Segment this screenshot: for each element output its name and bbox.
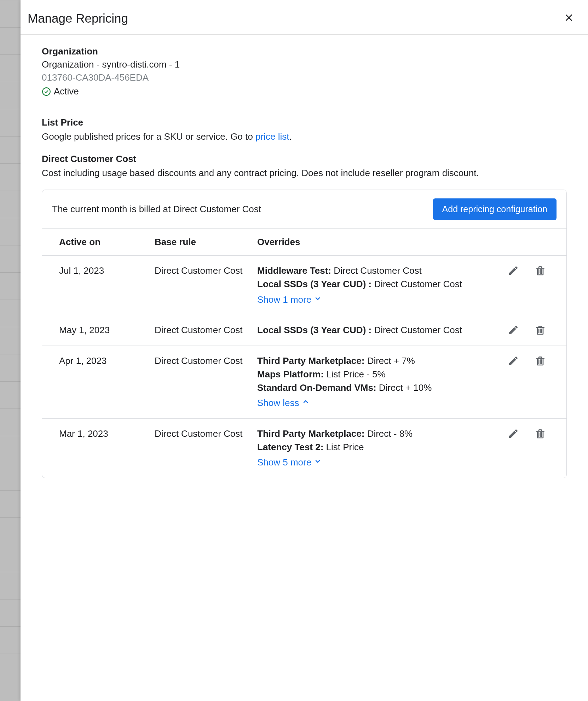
delete-button[interactable] xyxy=(535,324,546,337)
table-row: Mar 1, 2023Direct Customer CostThird Par… xyxy=(42,419,566,478)
table-row: May 1, 2023Direct Customer CostLocal SSD… xyxy=(42,315,566,346)
cell-active-on: Mar 1, 2023 xyxy=(59,427,155,469)
cell-overrides: Local SSDs (3 Year CUD) : Direct Custome… xyxy=(257,324,489,337)
edit-button[interactable] xyxy=(508,265,519,277)
edit-button[interactable] xyxy=(508,324,519,337)
override-item: Latency Test 2: List Price xyxy=(257,441,489,454)
card-top: The current month is billed at Direct Cu… xyxy=(42,190,566,229)
th-active-on: Active on xyxy=(59,237,155,248)
card-notice: The current month is billed at Direct Cu… xyxy=(52,204,261,215)
table-body: Jul 1, 2023Direct Customer CostMiddlewar… xyxy=(42,256,566,478)
table-row: Jul 1, 2023Direct Customer CostMiddlewar… xyxy=(42,256,566,315)
override-label: Maps Platform: xyxy=(257,369,324,380)
price-list-link[interactable]: price list xyxy=(255,131,289,142)
override-label: Local SSDs (3 Year CUD) : xyxy=(257,325,371,335)
trash-icon xyxy=(535,272,546,277)
repricing-table-card: The current month is billed at Direct Cu… xyxy=(42,190,567,478)
direct-cost-block: Direct Customer Cost Cost including usag… xyxy=(42,153,567,180)
override-label: Standard On-Demand VMs: xyxy=(257,382,376,393)
row-actions xyxy=(489,427,549,469)
pencil-icon xyxy=(508,331,519,337)
override-label: Third Party Marketplace: xyxy=(257,355,364,366)
toggle-text: Show less xyxy=(257,396,299,410)
show-less-toggle[interactable]: Show less xyxy=(257,396,310,410)
override-label: Third Party Marketplace: xyxy=(257,428,364,439)
pencil-icon xyxy=(508,435,519,440)
check-circle-icon xyxy=(42,87,51,96)
override-item: Middleware Test: Direct Customer Cost xyxy=(257,264,489,278)
override-item: Third Party Marketplace: Direct - 8% xyxy=(257,427,489,441)
cell-base-rule: Direct Customer Cost xyxy=(155,354,257,410)
organization-block: Organization Organization - syntro-disti… xyxy=(42,46,567,97)
toggle-text: Show 1 more xyxy=(257,293,311,307)
background-stripes xyxy=(0,0,21,701)
override-value: Direct + 10% xyxy=(376,382,432,393)
panel-content: Organization Organization - syntro-disti… xyxy=(21,35,588,478)
row-actions xyxy=(489,324,549,337)
list-price-prefix: Google published prices for a SKU or ser… xyxy=(42,131,255,142)
trash-icon xyxy=(535,362,546,367)
close-icon xyxy=(563,12,575,23)
list-price-suffix: . xyxy=(289,131,292,142)
add-repricing-button[interactable]: Add repricing configuration xyxy=(433,198,557,220)
chevron-down-icon xyxy=(313,293,322,307)
repricing-panel: Manage Repricing Organization Organizati… xyxy=(21,0,588,701)
show-more-toggle[interactable]: Show 1 more xyxy=(257,293,322,307)
override-value: List Price - 5% xyxy=(324,369,386,380)
divider xyxy=(42,107,567,107)
delete-button[interactable] xyxy=(535,355,546,367)
override-value: Direct Customer Cost xyxy=(371,325,462,335)
list-price-desc: Google published prices for a SKU or ser… xyxy=(42,130,567,144)
chevron-down-icon xyxy=(313,456,322,469)
override-item: Maps Platform: List Price - 5% xyxy=(257,368,489,381)
edit-button[interactable] xyxy=(508,355,519,367)
table-row: Apr 1, 2023Direct Customer CostThird Par… xyxy=(42,346,566,419)
direct-cost-heading: Direct Customer Cost xyxy=(42,153,567,164)
panel-header: Manage Repricing xyxy=(21,0,588,35)
organization-name: Organization - syntro-disti.com - 1 xyxy=(42,59,567,70)
override-value: List Price xyxy=(323,442,364,452)
pencil-icon xyxy=(508,362,519,367)
delete-button[interactable] xyxy=(535,265,546,277)
edit-button[interactable] xyxy=(508,428,519,440)
show-more-toggle[interactable]: Show 5 more xyxy=(257,456,322,469)
override-value: Direct + 7% xyxy=(364,355,415,366)
cell-overrides: Third Party Marketplace: Direct - 8%Late… xyxy=(257,427,489,469)
delete-button[interactable] xyxy=(535,428,546,440)
status-text: Active xyxy=(54,86,79,97)
close-button[interactable] xyxy=(561,10,577,27)
svg-point-0 xyxy=(42,88,50,95)
override-label: Local SSDs (3 Year CUD) : xyxy=(257,279,371,289)
trash-icon xyxy=(535,331,546,337)
trash-icon xyxy=(535,435,546,440)
pencil-icon xyxy=(508,272,519,277)
organization-id: 013760-CA30DA-456EDA xyxy=(42,72,567,83)
override-value: Direct Customer Cost xyxy=(371,279,462,289)
override-label: Middleware Test: xyxy=(257,265,331,276)
override-item: Standard On-Demand VMs: Direct + 10% xyxy=(257,381,489,395)
chevron-up-icon xyxy=(301,396,310,410)
override-item: Local SSDs (3 Year CUD) : Direct Custome… xyxy=(257,278,489,291)
row-actions xyxy=(489,354,549,410)
cell-active-on: Jul 1, 2023 xyxy=(59,264,155,306)
cell-overrides: Third Party Marketplace: Direct + 7%Maps… xyxy=(257,354,489,410)
list-price-block: List Price Google published prices for a… xyxy=(42,117,567,144)
page-backdrop: Manage Repricing Organization Organizati… xyxy=(0,0,588,701)
override-value: Direct Customer Cost xyxy=(331,265,422,276)
override-item: Local SSDs (3 Year CUD) : Direct Custome… xyxy=(257,324,489,337)
panel-title: Manage Repricing xyxy=(28,11,128,25)
cell-active-on: May 1, 2023 xyxy=(59,324,155,337)
cell-active-on: Apr 1, 2023 xyxy=(59,354,155,410)
cell-base-rule: Direct Customer Cost xyxy=(155,264,257,306)
toggle-text: Show 5 more xyxy=(257,456,311,469)
cell-overrides: Middleware Test: Direct Customer CostLoc… xyxy=(257,264,489,306)
override-item: Third Party Marketplace: Direct + 7% xyxy=(257,354,489,368)
organization-heading: Organization xyxy=(42,46,567,57)
override-label: Latency Test 2: xyxy=(257,442,323,452)
th-overrides: Overrides xyxy=(257,237,549,248)
direct-cost-desc: Cost including usage based discounts and… xyxy=(42,167,567,180)
cell-base-rule: Direct Customer Cost xyxy=(155,427,257,469)
th-base-rule: Base rule xyxy=(155,237,257,248)
status-row: Active xyxy=(42,86,567,97)
cell-base-rule: Direct Customer Cost xyxy=(155,324,257,337)
